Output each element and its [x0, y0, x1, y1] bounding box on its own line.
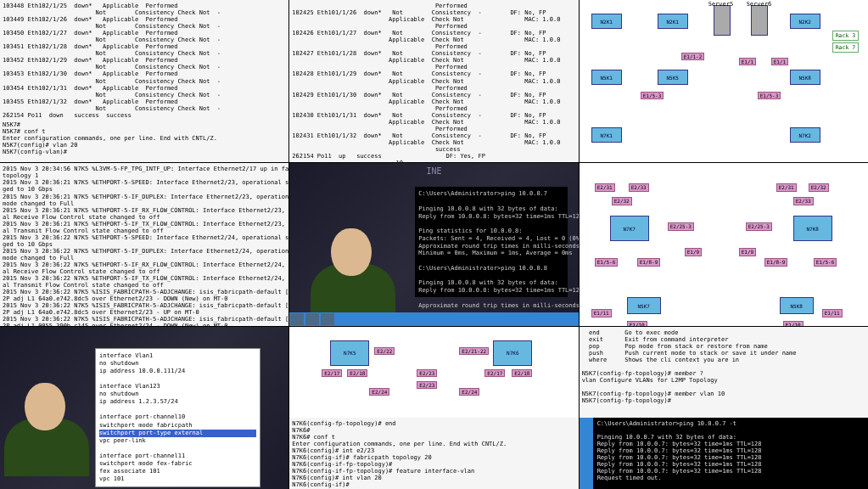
brand: INE [426, 166, 441, 176]
node-n5k1[interactable]: N5K1 [591, 70, 622, 85]
config-popup[interactable]: interface Vlan1 no shutdown ip address 1… [95, 348, 260, 488]
node-server5[interactable] [714, 5, 731, 36]
start-icon[interactable] [290, 313, 304, 325]
interface-table: 103448 Eth102/1/25 down* Applicable Perf… [3, 3, 286, 121]
topo-and-cli: N7K5 N7K6 E2/17 E2/18 E2/22 E2/21-22 E2/… [289, 327, 578, 489]
node-n7k7[interactable]: N7K7 [610, 216, 649, 241]
cmd-ping-window[interactable]: C:\Users\Administrator>ping 10.0.0.7 -t … [580, 418, 868, 489]
cmd-window[interactable]: C:\Users\Administrator>ping 10.0.0.7 Pin… [415, 187, 568, 297]
node-n2k1b[interactable]: N2K1 [658, 14, 688, 29]
node-n7k1[interactable]: N7K1 [591, 127, 622, 143]
node-n5k8[interactable]: N5K8 [780, 297, 814, 314]
node-n5k5[interactable]: N5K5 [658, 70, 688, 85]
taskbar-app[interactable] [321, 313, 334, 325]
node-server6[interactable] [751, 5, 768, 36]
presenter [311, 220, 395, 322]
interface-status-panel-1: 103448 Eth102/1/25 down* Applicable Perf… [0, 0, 288, 162]
cli-block[interactable]: N5K7#N5K7# conf tEnter configuration com… [3, 121, 286, 155]
node-n7k5[interactable]: N7K5 [330, 340, 369, 366]
taskbar-app[interactable] [305, 313, 319, 325]
node-n2k1[interactable]: N2K1 [591, 14, 622, 29]
node-n7k6[interactable]: N7K6 [493, 340, 532, 366]
presenter-config-popup: interface Vlan1 no shutdown ip address 1… [0, 327, 288, 489]
topology-overview[interactable]: N2K1 N2K1 Server5 Server6 N2K2 Rack 3 Ra… [580, 0, 868, 162]
cli-n7k6[interactable]: N7K6(config-fp-topology)# endN7K6#N7K6# … [289, 418, 578, 489]
fabricpath-topology[interactable]: N7K7 N7K8 N5K7 N5K8 E2/31 E2/33 E2/32 E2… [580, 163, 868, 325]
node-n7k2[interactable]: N7K2 [790, 127, 820, 143]
rack-badge: Rack 3 [832, 31, 859, 41]
interface-status-panel-2: Performed102425 Eth101/1/26 down* Not Co… [289, 0, 578, 162]
cli-help[interactable]: end Go to exec mode exit Exit from comma… [580, 327, 868, 418]
node-n2k2[interactable]: N2K2 [790, 14, 820, 29]
node-n5k8[interactable]: N5K8 [790, 70, 820, 85]
topology-strip[interactable]: N7K5 N7K6 E2/17 E2/18 E2/22 E2/21-22 E2/… [289, 327, 578, 418]
rack-badge: Rack 7 [832, 42, 859, 53]
syslog-panel[interactable]: 2015 Nov 3 20:34:56 N7K5 %L3VM-5-FP_TPG_… [0, 163, 288, 325]
interface-table: Performed102425 Eth101/1/26 down* Not Co… [292, 3, 575, 162]
taskbar[interactable] [289, 312, 578, 326]
presenter-screenshare: INE C:\Users\Administrator>ping 10.0.0.7… [289, 163, 578, 325]
node-n5k7[interactable]: N5K7 [627, 297, 661, 314]
presenter [4, 374, 89, 476]
help-and-ping: end Go to exec mode exit Exit from comma… [580, 327, 868, 489]
node-n7k8[interactable]: N7K8 [793, 216, 832, 241]
